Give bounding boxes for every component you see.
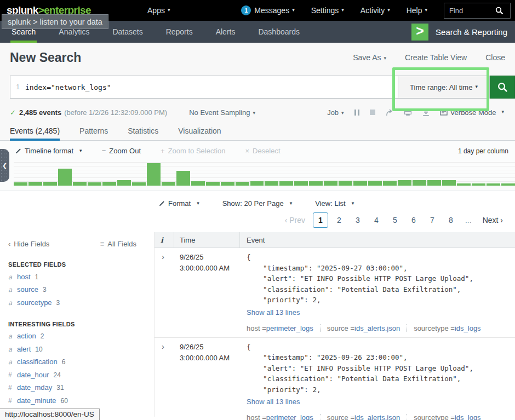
help-menu[interactable]: Help▾ — [407, 6, 427, 15]
timeline-bar[interactable] — [487, 183, 500, 186]
page-button-4[interactable]: 4 — [369, 212, 384, 228]
nav-tab-dashboards[interactable]: Dashboards — [257, 21, 301, 43]
run-search-button[interactable] — [490, 76, 515, 99]
collapse-panel-handle[interactable]: ❮ — [0, 149, 9, 182]
app-identity[interactable]: > Search & Reporting — [411, 24, 507, 41]
page-button-8[interactable]: 8 — [443, 212, 459, 228]
field-item-date-hour[interactable]: # date_hour 24 — [8, 371, 154, 379]
tab-patterns[interactable]: Patterns — [79, 122, 108, 140]
activity-menu[interactable]: Activity▾ — [360, 6, 390, 15]
timeline-bar[interactable] — [457, 183, 471, 186]
timeline-bar[interactable] — [73, 182, 87, 186]
page-button-3[interactable]: 3 — [350, 212, 365, 228]
deselect-button[interactable]: × Deselect — [245, 147, 280, 155]
hide-fields-button[interactable]: ‹ Hide Fields — [8, 240, 49, 248]
timeline-bar[interactable] — [117, 180, 131, 186]
timeline-bar[interactable] — [221, 182, 234, 186]
page-button-5[interactable]: 5 — [387, 212, 403, 228]
event-field-value[interactable]: perimeter_logs — [266, 324, 313, 332]
event-field-value[interactable]: ids_logs — [455, 324, 481, 332]
show-all-lines-link[interactable]: Show all 13 lines — [247, 398, 300, 406]
nav-tab-alerts[interactable]: Alerts — [215, 21, 237, 43]
timeline-bar[interactable] — [339, 181, 352, 186]
timeline-bar[interactable] — [398, 180, 411, 186]
show-all-lines-link[interactable]: Show all 13 lines — [247, 308, 300, 317]
field-item-action[interactable]: a action 2 — [8, 332, 154, 340]
timeline-bar[interactable] — [191, 181, 205, 186]
timeline-bar[interactable] — [206, 182, 220, 186]
timeline-bar[interactable] — [88, 182, 101, 186]
timeline-bar[interactable] — [442, 180, 456, 186]
event-field-value[interactable]: ids_alerts.json — [354, 413, 400, 420]
timeline-format-menu[interactable]: Timeline format▾ — [15, 147, 82, 155]
timeline-bar[interactable] — [472, 183, 485, 186]
expand-event-button[interactable]: › — [154, 342, 174, 420]
timeline-bar[interactable] — [236, 182, 249, 186]
timeline-bar[interactable] — [28, 182, 42, 186]
zoom-to-selection-button[interactable]: + Zoom to Selection — [161, 147, 225, 155]
next-page-button[interactable]: Next › — [483, 216, 503, 225]
timeline-bar[interactable] — [132, 182, 146, 186]
timeline-bar[interactable] — [279, 181, 293, 186]
job-menu[interactable]: Job▾ — [327, 108, 344, 117]
event-field-value[interactable]: ids_alerts.json — [354, 324, 400, 332]
export-button[interactable] — [422, 109, 430, 116]
event-sampling-menu[interactable]: No Event Sampling▾ — [189, 108, 255, 117]
format-menu[interactable]: Format▾ — [159, 199, 199, 208]
search-mode-menu[interactable]: Verbose Mode▾ — [440, 108, 504, 117]
timeline-bar[interactable] — [427, 180, 441, 186]
timeline-bar[interactable] — [413, 180, 426, 186]
timeline-bar[interactable] — [501, 183, 515, 186]
nav-tab-reports[interactable]: Reports — [165, 21, 194, 43]
time-range-picker[interactable]: Time range: All time▾ — [398, 76, 490, 99]
timeline-bar[interactable] — [102, 182, 116, 186]
find-search-box[interactable] — [444, 3, 511, 19]
timeline-bar[interactable] — [162, 182, 175, 186]
page-button-6[interactable]: 6 — [406, 212, 421, 228]
nav-tab-datasets[interactable]: Datasets — [111, 21, 144, 43]
view-menu[interactable]: View: List▾ — [315, 199, 354, 208]
field-item-sourcetype[interactable]: a sourcetype 3 — [8, 298, 154, 307]
save-as-menu[interactable]: Save As▾ — [353, 53, 386, 62]
timeline-bar[interactable] — [294, 181, 308, 186]
search-query-editor[interactable]: 1 index="network_logs" — [10, 76, 398, 99]
event-field-value[interactable]: ids_logs — [455, 413, 481, 420]
timeline-bar[interactable] — [250, 181, 264, 186]
page-button-2[interactable]: 2 — [331, 212, 347, 228]
close-button[interactable]: Close — [485, 53, 505, 62]
timeline-bar[interactable] — [147, 163, 161, 186]
timeline-bar[interactable] — [353, 181, 367, 186]
share-job-button[interactable] — [386, 109, 393, 116]
timeline-bar[interactable] — [176, 171, 190, 186]
expand-event-button[interactable]: › — [154, 252, 174, 332]
field-item-host[interactable]: a host 1 — [8, 273, 154, 281]
field-item-source[interactable]: a source 3 — [8, 285, 154, 294]
timeline-bar[interactable] — [383, 181, 397, 186]
stop-job-button[interactable] — [370, 110, 375, 115]
print-button[interactable] — [404, 109, 412, 116]
timeline-bar[interactable] — [324, 181, 337, 186]
field-item-date-minute[interactable]: # date_minute 60 — [8, 396, 154, 405]
create-table-view-button[interactable]: Create Table View — [405, 53, 467, 62]
zoom-out-button[interactable]: − Zoom Out — [102, 147, 141, 155]
timeline-bar[interactable] — [58, 169, 72, 186]
query-text[interactable]: index="network_logs" — [25, 76, 111, 98]
messages-menu[interactable]: 1 Messages▾ — [241, 5, 294, 15]
apps-menu[interactable]: Apps▾ — [147, 6, 170, 15]
timeline-bar[interactable] — [265, 181, 278, 186]
field-item-alert[interactable]: a alert 10 — [8, 345, 154, 353]
field-item-date-mday[interactable]: # date_mday 31 — [8, 383, 154, 392]
per-page-menu[interactable]: Show: 20 Per Page▾ — [222, 199, 293, 208]
timeline-bar[interactable] — [368, 181, 382, 186]
page-button-7[interactable]: 7 — [425, 212, 440, 228]
prev-page-button[interactable]: ‹ Prev — [285, 216, 305, 225]
timeline-bar[interactable] — [14, 182, 27, 186]
tab-visualization[interactable]: Visualization — [178, 122, 221, 140]
pause-job-button[interactable] — [354, 110, 359, 116]
timeline-bar[interactable] — [309, 181, 323, 186]
page-button-1[interactable]: 1 — [313, 212, 328, 228]
event-field-value[interactable]: perimeter_logs — [266, 413, 313, 420]
timeline-bar[interactable] — [43, 182, 57, 186]
timeline-histogram[interactable] — [14, 159, 515, 186]
tab-statistics[interactable]: Statistics — [128, 122, 158, 140]
